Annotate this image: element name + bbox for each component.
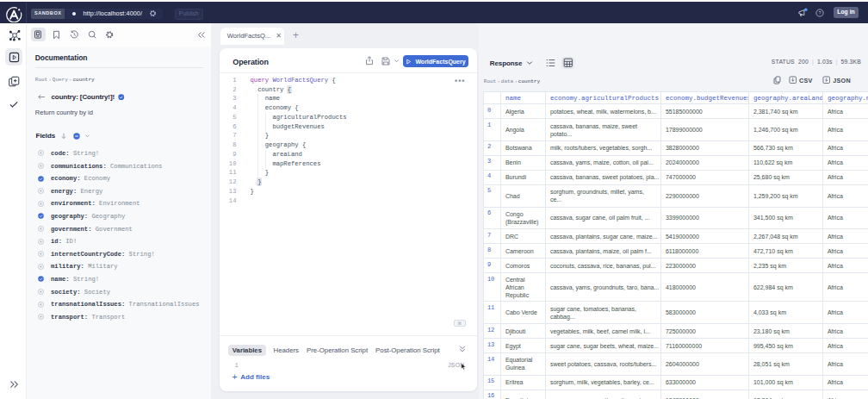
svg-text:?: ?	[819, 9, 822, 15]
